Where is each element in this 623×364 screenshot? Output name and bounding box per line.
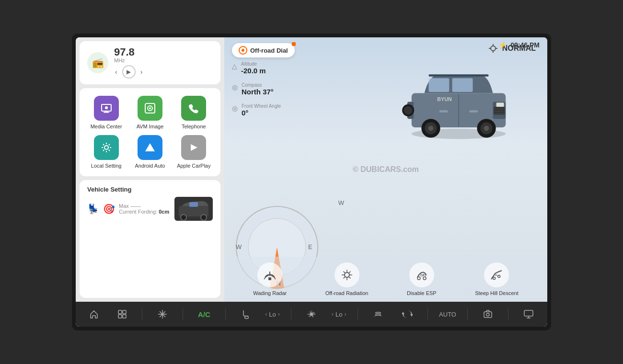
wheel-angle-label: Front Wheel Angle <box>242 103 281 109</box>
radio-icon: 📻 <box>92 57 104 68</box>
compass-value: North 37° <box>242 88 274 96</box>
vehicle-setting: Vehicle Setting 💺 🎯 Max —— Current Fordi… <box>80 180 220 298</box>
wading-radar-button[interactable]: Wading Radar <box>253 262 287 296</box>
local-setting-label: Local Setting <box>91 163 122 169</box>
svg-text:E: E <box>308 243 312 250</box>
offroad-radiation-label: Off-road Radiation <box>325 290 369 296</box>
svg-point-11 <box>201 215 207 220</box>
nav-fan[interactable] <box>302 307 321 321</box>
svg-rect-45 <box>268 277 271 280</box>
play-button[interactable]: ▶ <box>122 65 136 79</box>
auto-label[interactable]: AUTO <box>439 311 456 318</box>
radio-unit: MHz <box>114 57 213 63</box>
wheel-angle-icon: ◎ <box>232 104 238 112</box>
altitude-row: △ Altitude -20.0 m <box>232 61 281 75</box>
offroad-button-label: Off-road Dial <box>250 47 288 54</box>
nav-divider-4 <box>291 308 291 320</box>
offroad-radiation-button[interactable]: Off-road Radiation <box>325 262 369 296</box>
disable-esp-button[interactable]: OFF Disable ESP <box>407 262 437 296</box>
svg-rect-56 <box>245 316 248 318</box>
svg-point-10 <box>181 215 186 220</box>
media-center-label: Media Center <box>91 124 122 129</box>
temp-left-down[interactable]: ‹ <box>265 311 267 318</box>
radio-icon-container: 📻 <box>87 52 108 73</box>
svg-point-48 <box>423 277 426 280</box>
svg-rect-60 <box>524 310 533 316</box>
action-buttons: Wading Radar Off-road Radiation <box>224 257 547 302</box>
fan-speed-up[interactable]: › <box>345 311 346 318</box>
nav-ac[interactable]: A/C <box>194 308 214 320</box>
prev-station-button[interactable]: ‹ <box>114 67 118 77</box>
svg-text:W: W <box>236 243 242 250</box>
radio-controls: ‹ ▶ › <box>114 65 213 79</box>
svg-point-14 <box>242 49 244 52</box>
status-bar: ⚡ 09:46 PM <box>498 41 540 49</box>
steep-hill-label: Steep Hill Descent <box>475 290 519 296</box>
telephone-icon <box>181 96 206 121</box>
svg-point-6 <box>149 107 151 109</box>
telemetry-overlay: △ Altitude -20.0 m ◎ Compass North 37° <box>232 61 281 117</box>
temp-left-value: Lo <box>269 311 276 318</box>
svg-point-7 <box>104 146 108 149</box>
nav-recirculate[interactable] <box>398 307 416 321</box>
nav-fan-speed: ‹ Lo › <box>332 311 346 318</box>
app-local-setting[interactable]: Local Setting <box>87 135 125 169</box>
svg-point-46 <box>345 273 349 277</box>
app-media-center[interactable]: Media Center <box>87 96 125 129</box>
clock: 09:46 PM <box>510 41 540 49</box>
nav-rear-defrost[interactable] <box>369 307 387 321</box>
max-label: Max —— <box>119 203 171 209</box>
nav-display[interactable] <box>519 307 538 321</box>
steep-hill-icon <box>484 262 509 287</box>
altitude-value: -20.0 m <box>241 67 266 75</box>
nav-seat[interactable] <box>237 307 254 321</box>
wheel-angle-row: ◎ Front Wheel Angle 0° <box>232 103 281 117</box>
nav-360-cam[interactable] <box>479 307 497 321</box>
fan-speed-value: Lo <box>335 311 342 318</box>
app-apple-carplay[interactable]: Apple CarPlay <box>175 135 213 169</box>
app-android-auto[interactable]: Android Auto <box>131 135 169 169</box>
nav-home[interactable] <box>85 307 103 321</box>
wheel-angle-value: 0° <box>242 109 281 117</box>
temp-left-up[interactable]: › <box>278 311 280 318</box>
app-avm-image[interactable]: AVM Image <box>131 96 169 129</box>
nav-divider-1 <box>142 308 142 320</box>
nav-apps[interactable] <box>114 307 131 321</box>
nav-climate-control[interactable] <box>153 307 172 321</box>
fording-label: Current Fording: 0cm <box>119 209 171 215</box>
disable-esp-label: Disable ESP <box>407 290 437 296</box>
altitude-icon: △ <box>232 62 237 70</box>
vehicle-setting-title: Vehicle Setting <box>87 186 213 193</box>
steering-wheel-icon: 🎯 <box>103 203 115 215</box>
svg-point-51 <box>498 275 500 278</box>
svg-rect-54 <box>118 315 122 318</box>
svg-point-59 <box>486 313 489 316</box>
local-setting-icon <box>94 135 119 160</box>
fan-speed-down[interactable]: ‹ <box>332 311 334 318</box>
car-screen-frame: ⚡ 09:46 PM 📻 97.8 MHz ‹ ▶ <box>72 34 551 330</box>
app-telephone[interactable]: Telephone <box>175 96 213 129</box>
compass-label: Compass <box>242 82 274 88</box>
radio-frequency: 97.8 <box>114 47 213 57</box>
svg-text:OFF: OFF <box>420 273 427 277</box>
apps-grid: Media Center AVM Image <box>80 88 220 176</box>
media-center-icon <box>94 96 119 121</box>
svg-point-28 <box>484 125 489 131</box>
radio-widget: 📻 97.8 MHz ‹ ▶ › <box>80 41 220 84</box>
svg-rect-58 <box>484 312 492 318</box>
altitude-content: Altitude -20.0 m <box>241 61 266 75</box>
offroad-dial-button[interactable]: Off-road Dial <box>232 43 295 57</box>
svg-rect-12 <box>189 202 198 207</box>
nav-temp-left: ‹ Lo › <box>265 311 279 318</box>
android-auto-label: Android Auto <box>135 163 165 169</box>
avm-image-label: AVM Image <box>137 124 164 129</box>
android-auto-icon <box>138 135 162 160</box>
svg-rect-53 <box>123 310 126 314</box>
main-content: 📻 97.8 MHz ‹ ▶ › <box>76 37 547 302</box>
svg-rect-22 <box>429 74 489 76</box>
steep-hill-button[interactable]: Steep Hill Descent <box>475 262 519 296</box>
radio-info: 97.8 MHz ‹ ▶ › <box>114 47 213 79</box>
nav-divider-3 <box>225 308 226 320</box>
altitude-label: Altitude <box>241 61 266 67</box>
next-station-button[interactable]: › <box>139 67 144 77</box>
